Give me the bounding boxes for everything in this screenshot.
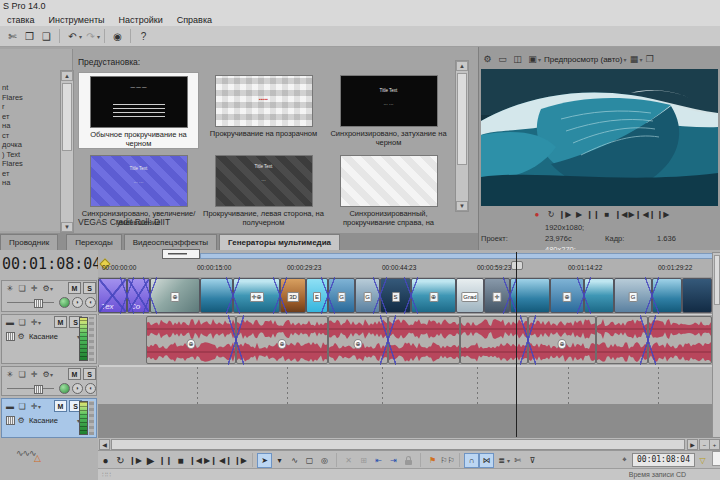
go-to-start-button[interactable]: ❙◀: [614, 210, 628, 219]
edit-tool-dropdown-button[interactable]: ▾: [272, 453, 287, 468]
solo-button[interactable]: S: [83, 368, 96, 380]
volume-grip[interactable]: [6, 332, 15, 341]
scroll-down-icon[interactable]: ▼: [456, 201, 468, 211]
external-monitor-button[interactable]: ▭: [495, 52, 510, 67]
track-motion-icon[interactable]: ❏: [16, 370, 28, 379]
track-motion-icon[interactable]: ❏: [16, 284, 28, 293]
scroll-left-icon[interactable]: ◀: [99, 439, 110, 450]
chevron-down-icon[interactable]: ▾: [38, 403, 41, 410]
scroll-down-icon[interactable]: ▼: [61, 222, 73, 232]
marker-label[interactable]: [162, 249, 200, 259]
preset-2[interactable]: Title Text··· ···Синхронизировано, затух…: [328, 72, 449, 147]
make-movie-button[interactable]: ◉: [109, 28, 126, 44]
audio-fx-badge[interactable]: ⊕: [277, 339, 286, 349]
stop-button[interactable]: ■: [600, 210, 614, 219]
preset-1[interactable]: ▪▪▪▪▪Прокручивание на прозрачном: [203, 72, 324, 138]
event-fx-badge[interactable]: S: [391, 292, 399, 302]
gear-button[interactable]: ⚙: [480, 52, 495, 67]
next-frame-button[interactable]: ❙▶: [233, 453, 248, 468]
selection-tool-button[interactable]: ▢: [302, 453, 317, 468]
video-event-2[interactable]: ⊕: [150, 278, 200, 313]
menu-item-0[interactable]: ставка: [0, 15, 41, 25]
composite-level-icon[interactable]: ◖: [85, 297, 96, 308]
go-to-end-button[interactable]: ▶❙: [203, 453, 218, 468]
menu-item-3[interactable]: Справка: [170, 15, 219, 25]
paste-button[interactable]: ❑: [38, 28, 55, 44]
event-fx-badge[interactable]: ⊕: [562, 292, 571, 302]
level-slider[interactable]: [7, 388, 54, 389]
cursor-position-timecode[interactable]: 00:01:08:04: [632, 453, 695, 467]
preset-3[interactable]: Title Text··· ···Синхронизировано, увели…: [78, 152, 199, 227]
menu-item-2[interactable]: Настройки: [112, 15, 170, 25]
event-fx-badge[interactable]: ⊕: [429, 292, 438, 302]
lock-button[interactable]: [401, 453, 416, 468]
audio-event-7[interactable]: [648, 316, 712, 364]
insert-region-button[interactable]: ⚐⚐: [440, 453, 455, 468]
automation-gear-icon[interactable]: ⚙: [15, 332, 27, 341]
play-button[interactable]: ▶: [572, 210, 586, 219]
record-button[interactable]: ●: [530, 210, 544, 219]
split-button[interactable]: ✕: [341, 453, 356, 468]
preview-quality-dropdown[interactable]: Предпросмотр (авто): [541, 55, 625, 64]
composite-mode-icon[interactable]: [59, 297, 70, 308]
event-fx-badge[interactable]: 3D: [287, 292, 299, 302]
loop-playback-button[interactable]: ↻: [544, 210, 558, 219]
track-header-audio-1[interactable]: ▬ ❏ ✛▾ M S ⚙ Касание ▾: [1, 314, 97, 364]
automation-gear-icon[interactable]: ⚙: [15, 416, 27, 425]
copy-button[interactable]: ❐: [21, 28, 38, 44]
composite-level-icon[interactable]: ◖: [85, 383, 96, 394]
audio-track-lane-1[interactable]: ⊕⊕⊕⊕: [98, 315, 712, 365]
video-event-11[interactable]: Grad: [456, 278, 484, 313]
go-to-start-button[interactable]: ❙◀: [188, 453, 203, 468]
tab-Проводник[interactable]: Проводник: [0, 234, 58, 250]
track-header-video-2[interactable]: ✳ ❏ ✛ ⚙▾ M S ◗ ◖: [1, 366, 97, 396]
composite-mode-icon[interactable]: [59, 383, 70, 394]
timeline-timecode-display[interactable]: 00:01:08:04: [2, 252, 94, 276]
automation-mode[interactable]: Касание: [29, 332, 79, 341]
pan-crop-icon[interactable]: ✛: [28, 370, 40, 379]
parent-composite-icon[interactable]: ◗: [72, 383, 83, 394]
playhead-line[interactable]: [516, 252, 517, 437]
split-trim-button[interactable]: ✄: [510, 453, 525, 468]
track-scrollbar[interactable]: [712, 252, 720, 439]
go-to-end-button[interactable]: ▶❙: [628, 210, 642, 219]
video-track-lane-1[interactable]: TexCo⊕✛⊕3DEGGS⊕Grad✛⊕G: [98, 277, 712, 314]
pause-button[interactable]: ❙❙: [158, 453, 173, 468]
split-screen-button[interactable]: ◫: [510, 52, 525, 67]
audio-event-1[interactable]: ⊕: [236, 316, 328, 364]
record-button[interactable]: ●: [98, 453, 113, 468]
zoom-in-icon[interactable]: +: [709, 439, 720, 450]
preset-5[interactable]: Синхронизированный, прокручивание справа…: [328, 152, 449, 227]
video-track-lane-2[interactable]: [98, 367, 712, 404]
cursor-pin-icon[interactable]: ⌖: [617, 453, 632, 468]
track-fx-icon[interactable]: ❏: [16, 402, 28, 411]
event-fx-badge[interactable]: G: [363, 292, 372, 302]
menu-item-1[interactable]: Инструменты: [41, 15, 111, 25]
scrollbar-thumb[interactable]: [111, 439, 685, 450]
audio-event-0[interactable]: ⊕: [146, 316, 236, 364]
event-fx-badge[interactable]: G: [629, 292, 638, 302]
arm-record-icon[interactable]: ▬: [4, 318, 16, 327]
trim-start-button[interactable]: ⇤: [371, 453, 386, 468]
audio-fx-badge[interactable]: ⊕: [557, 339, 566, 349]
event-fx-badge[interactable]: Grad: [461, 292, 478, 302]
timeline-hscrollbar[interactable]: ◀ ▶ − +: [98, 437, 720, 451]
parent-composite-icon[interactable]: ◗: [72, 297, 83, 308]
arm-record-icon[interactable]: ▬: [4, 402, 16, 411]
prev-frame-button[interactable]: ◀❙: [642, 210, 656, 219]
next-frame-button[interactable]: ❙▶: [656, 210, 670, 219]
chevron-down-icon[interactable]: ▾: [97, 33, 100, 40]
track-header-video-1[interactable]: ✳ ❏ ✛ ⚙▾ M S ◗ ◖: [1, 280, 97, 312]
solo-button[interactable]: S: [83, 282, 96, 294]
event-fx-badge[interactable]: G: [337, 292, 346, 302]
loop-region-bar[interactable]: [200, 253, 714, 259]
loop-playback-button[interactable]: ↻: [113, 453, 128, 468]
mute-button[interactable]: M: [54, 316, 67, 328]
event-fx-badge[interactable]: ⊕: [170, 292, 179, 302]
cut-button[interactable]: ✄: [4, 28, 21, 44]
event-filter-button[interactable]: ⊽: [525, 453, 540, 468]
tab-Видеоспецэффекты[interactable]: Видеоспецэффекты: [124, 234, 217, 250]
chevron-down-icon[interactable]: ▾: [50, 285, 53, 292]
scrollbar-thumb[interactable]: [457, 73, 467, 165]
track-fx-icon[interactable]: ❏: [16, 318, 28, 327]
